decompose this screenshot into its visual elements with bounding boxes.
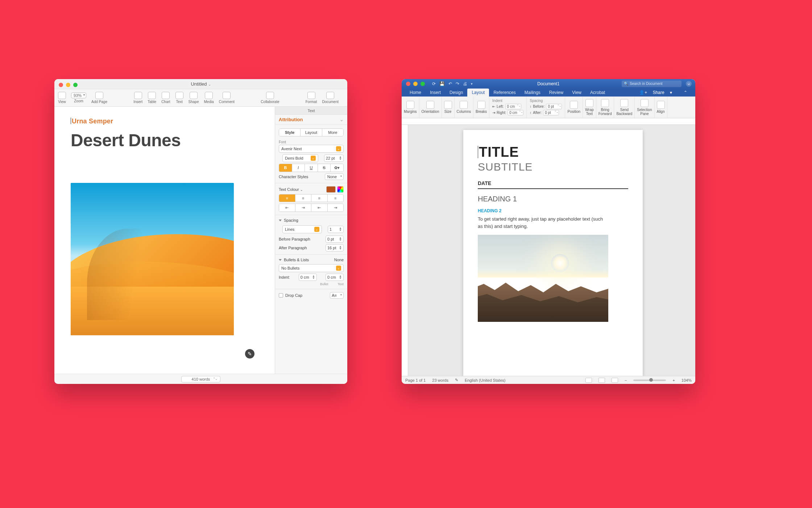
tab-design[interactable]: Design — [445, 89, 467, 97]
word-count-select[interactable]: 410 words — [181, 376, 221, 382]
size-button[interactable]: Size — [442, 97, 455, 118]
text-button[interactable]: Text — [175, 92, 183, 104]
colour-picker-button[interactable] — [337, 186, 344, 193]
paragraph-style-select[interactable]: Attribution⌄ — [275, 115, 347, 125]
send-backward-button[interactable]: Send Backward — [614, 97, 635, 118]
chevron-down-icon[interactable]: ⌄ — [208, 82, 211, 86]
title-placeholder[interactable]: TITLE — [478, 144, 628, 160]
outdent-button[interactable]: ⇤ — [279, 204, 295, 212]
body-placeholder[interactable]: To get started right away, just tap any … — [478, 216, 608, 230]
search-input[interactable]: 🔍Search in Document — [622, 81, 682, 87]
tab-review[interactable]: Review — [545, 89, 568, 97]
autosave-icon[interactable]: ⟳ — [432, 79, 436, 89]
inserted-image[interactable] — [478, 235, 608, 322]
wrap-text-button[interactable]: Wrap Text — [583, 97, 596, 118]
dropcap-checkbox[interactable] — [279, 293, 283, 298]
segment-layout[interactable]: Layout — [301, 129, 322, 136]
spacing-value-field[interactable]: 1▲▼ — [328, 226, 344, 233]
segment-more[interactable]: More — [322, 129, 343, 136]
help-icon[interactable]: ☺ — [686, 81, 692, 87]
align-right-button[interactable]: ≡ — [311, 194, 328, 202]
maximize-icon[interactable] — [73, 83, 78, 87]
share-button[interactable]: 👤+ Share ▾ — [635, 89, 676, 97]
bullets-disclosure[interactable]: Bullets & ListsNone — [279, 258, 344, 262]
text-colour-swatch[interactable] — [326, 186, 336, 193]
inserted-image[interactable] — [71, 183, 234, 335]
chart-button[interactable]: Chart — [161, 92, 170, 104]
format-button[interactable]: Format — [306, 92, 317, 104]
tab-acrobat[interactable]: Acrobat — [586, 89, 609, 97]
indent-left-field[interactable]: 0 cm — [505, 104, 521, 109]
zoom-select[interactable]: 93% — [71, 93, 86, 98]
bullet-style-select[interactable]: No Bullets⌄ — [279, 264, 344, 272]
language-status[interactable]: English (United States) — [465, 378, 506, 382]
zoom-slider[interactable] — [633, 380, 666, 381]
margins-button[interactable]: Margins — [402, 97, 419, 118]
character-styles-select[interactable]: None — [325, 173, 344, 180]
font-weight-select[interactable]: Demi Bold⌄ — [282, 154, 318, 162]
undo-icon[interactable]: ↶ — [448, 79, 452, 89]
align-justify-button[interactable]: ≡ — [328, 194, 344, 202]
subtitle-placeholder[interactable]: SUBTITLE — [478, 161, 628, 173]
inspector-segments[interactable]: Style Layout More — [279, 128, 344, 136]
italic-button[interactable]: I — [292, 164, 305, 172]
web-layout-button[interactable] — [612, 378, 618, 383]
author-text[interactable]: Urna Semper — [71, 118, 258, 125]
segment-style[interactable]: Style — [279, 129, 301, 136]
bullets-select[interactable]: None — [334, 258, 344, 262]
document-canvas[interactable]: Urna Semper Desert Dunes ✎ — [54, 107, 275, 374]
zoom-percent[interactable]: 104% — [682, 378, 692, 382]
media-button[interactable]: Media — [204, 92, 214, 104]
zoom-control[interactable]: 93%Zoom — [71, 93, 86, 103]
close-icon[interactable] — [59, 83, 63, 87]
list-outdent-button[interactable]: ⇤ — [311, 204, 328, 212]
chevron-down-icon[interactable]: ▾ — [471, 79, 473, 89]
inspector-tab[interactable]: Text — [275, 107, 347, 115]
tab-layout[interactable]: Layout — [467, 89, 489, 97]
horizontal-ruler[interactable] — [402, 118, 695, 125]
document-title[interactable]: Desert Dunes — [71, 130, 258, 150]
close-icon[interactable] — [406, 82, 410, 86]
collapse-ribbon-icon[interactable]: ⌃ — [679, 89, 692, 97]
maximize-icon[interactable] — [420, 82, 425, 86]
view-button[interactable]: View — [58, 92, 66, 104]
align-center-button[interactable]: ≡ — [295, 194, 312, 202]
spacing-after-field[interactable]: 0 pt — [543, 110, 559, 115]
document-button[interactable]: Document — [322, 92, 339, 104]
indent-button[interactable]: ⇥ — [295, 204, 312, 212]
columns-button[interactable]: Columns — [455, 97, 473, 118]
minimize-icon[interactable] — [413, 82, 418, 86]
strike-button[interactable]: S — [318, 164, 331, 172]
text-options-button[interactable]: ✿▾ — [331, 164, 343, 172]
date-placeholder[interactable]: DATE — [478, 180, 628, 186]
window-title[interactable]: Untitled — [191, 81, 207, 87]
word-count-status[interactable]: 23 words — [432, 378, 448, 382]
collaborate-button[interactable]: Collaborate — [261, 92, 279, 104]
after-para-field[interactable]: 16 pt▲▼ — [326, 244, 344, 251]
print-icon[interactable]: 🖨 — [463, 79, 467, 89]
tab-mailings[interactable]: Mailings — [520, 89, 545, 97]
spacing-mode-select[interactable]: Lines⌄ — [282, 225, 322, 233]
align-button[interactable]: Align — [655, 97, 667, 118]
spacing-disclosure[interactable]: Spacing — [279, 218, 344, 222]
indent-bullet-field[interactable]: 0 cm▲▼ — [299, 274, 317, 281]
heading1-placeholder[interactable]: HEADING 1 — [478, 195, 628, 203]
zoom-in-button[interactable]: + — [672, 378, 675, 382]
align-left-button[interactable]: ≡ — [279, 194, 295, 202]
zoom-out-button[interactable]: − — [625, 378, 627, 382]
spacing-before-field[interactable]: 0 pt — [546, 104, 562, 109]
vertical-ruler[interactable] — [402, 125, 408, 376]
tab-home[interactable]: Home — [405, 89, 426, 97]
shape-button[interactable]: Shape — [188, 92, 199, 104]
print-layout-button[interactable] — [598, 378, 605, 383]
font-size-field[interactable]: 22 pt▲▼ — [324, 155, 344, 162]
document-page[interactable]: TITLE SUBTITLE DATE HEADING 1 HEADING 2 … — [463, 130, 643, 376]
position-button[interactable]: Position — [565, 97, 583, 118]
tab-view[interactable]: View — [568, 89, 586, 97]
indent-text-field[interactable]: 0 cm▲▼ — [326, 274, 344, 281]
focus-view-button[interactable] — [585, 378, 592, 383]
page-status[interactable]: Page 1 of 1 — [405, 378, 426, 382]
table-button[interactable]: Table — [148, 92, 156, 104]
tab-references[interactable]: References — [489, 89, 520, 97]
minimize-icon[interactable] — [66, 83, 70, 87]
